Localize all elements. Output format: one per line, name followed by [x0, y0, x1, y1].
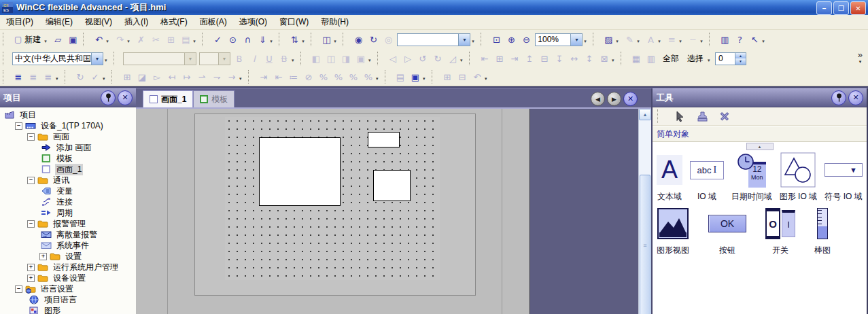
dropdown-arrow[interactable]: ▾ [193, 35, 199, 44]
dropdown-arrow[interactable]: ▾ [127, 35, 133, 44]
nav-back-button[interactable]: ◀ [591, 92, 605, 106]
palette-item-button[interactable]: OK按钮 [708, 205, 746, 256]
help-context-button[interactable]: ↖ [747, 32, 762, 47]
help-index-button[interactable]: ? [732, 32, 747, 47]
layer-all-button[interactable]: 全部 [659, 51, 683, 66]
pack-button[interactable]: ∩ [240, 32, 255, 47]
replace-button[interactable]: ↻ [366, 32, 381, 47]
new-screen-button[interactable]: ▢新建 [11, 32, 44, 47]
screen-canvas[interactable]: ▲ ≡ [136, 109, 651, 314]
menu-item[interactable]: 视图(V) [79, 15, 118, 29]
palette-item-graphic-io-field[interactable]: 图形 IO 域 [780, 152, 817, 203]
tree-item[interactable]: +运行系统用户管理 [0, 262, 136, 273]
tree-expander[interactable]: − [15, 285, 22, 293]
restore-button[interactable]: ❐ [833, 1, 849, 15]
dropdown-arrow[interactable]: ▾ [616, 35, 622, 44]
check-consistency-button[interactable]: ✓ [210, 32, 225, 47]
tree-item[interactable]: 周期 [0, 207, 136, 218]
palette-collapse-button[interactable]: ▲ [746, 143, 774, 150]
tree-expander[interactable]: + [27, 275, 35, 282]
find-combo[interactable]: ▼ [397, 33, 470, 46]
language-combo-dropdown[interactable]: ▼ [91, 53, 103, 65]
zoom-combo[interactable]: 100%▼ [535, 33, 583, 46]
tree-expander[interactable]: + [27, 264, 35, 271]
dropdown-arrow[interactable]: ▾ [708, 54, 714, 63]
close-button[interactable]: ✕ [850, 1, 866, 15]
dropdown-arrow[interactable]: ▾ [658, 35, 664, 44]
help-book-button[interactable]: ▥ [717, 32, 732, 47]
tree-item[interactable]: +设备设置 [0, 273, 136, 283]
tree-item[interactable]: −设备_1(TP 170A) [0, 120, 136, 131]
tree-item[interactable]: −报警管理 [0, 218, 136, 229]
tree-item[interactable]: 系统事件 [0, 240, 136, 251]
tree-item[interactable]: 模板 [0, 153, 136, 164]
transfer-button[interactable]: ⇓ [255, 32, 270, 47]
dropdown-arrow[interactable]: ▾ [700, 35, 706, 44]
tree-expander[interactable]: − [27, 220, 35, 228]
dropdown-arrow[interactable]: ▾ [103, 72, 109, 82]
object-tools-button[interactable] [716, 109, 733, 124]
palette-item-datetime-field[interactable]: 12Mon日期时间域 [731, 152, 772, 203]
find-combo-dropdown[interactable]: ▼ [458, 34, 470, 46]
add-connection-button[interactable]: ≣ [11, 69, 26, 84]
find-button[interactable]: ◉ [351, 32, 366, 47]
tree-expander[interactable]: + [39, 253, 47, 260]
dropdown-arrow[interactable]: ▾ [376, 72, 382, 82]
find-objects-button[interactable]: ◫ [319, 32, 334, 47]
dropdown-arrow[interactable]: ▾ [302, 35, 308, 44]
menu-item[interactable]: 窗口(W) [273, 15, 315, 29]
language-combo[interactable]: 中文(中华人民共和国)▼ [12, 52, 103, 65]
dropdown-arrow[interactable]: ▾ [423, 72, 429, 82]
pin-icon[interactable] [101, 90, 116, 105]
scrollbar-thumb[interactable]: ≡ [640, 175, 650, 314]
scroll-up-button[interactable]: ▲ [639, 109, 651, 120]
nav-forward-button[interactable]: ▶ [607, 92, 621, 106]
tree-item[interactable]: 项目语言 [0, 294, 136, 305]
open-project-button[interactable]: ▱ [50, 32, 65, 47]
dropdown-arrow[interactable]: ▾ [485, 72, 491, 82]
tree-item[interactable]: 连接 [0, 196, 136, 207]
simple-objects-section[interactable]: 简单对象 [653, 126, 867, 142]
tree-item[interactable]: −通讯 [0, 175, 136, 186]
dropdown-arrow[interactable]: ▾ [44, 35, 50, 44]
canvas-rectangle-3[interactable] [373, 170, 411, 201]
menu-item[interactable]: 面板(A) [194, 15, 233, 29]
tree-item[interactable]: −语言设置 [0, 283, 136, 294]
tree-item[interactable]: 项目 [0, 109, 136, 120]
undo-button[interactable]: ↶ [91, 32, 106, 47]
dropdown-arrow[interactable]: ▾ [679, 35, 685, 44]
tree-item[interactable]: 离散量报警 [0, 229, 136, 240]
layer-select-button[interactable]: 选择 [683, 51, 708, 66]
zoom-area-button[interactable]: ⊡ [489, 32, 504, 47]
dropdown-arrow[interactable]: ▾ [56, 72, 62, 82]
dropdown-arrow[interactable]: ▾ [239, 72, 245, 82]
zoom-combo-dropdown[interactable]: ▼ [570, 34, 582, 46]
layer-spinner-arrows[interactable]: ▲▼ [735, 53, 746, 65]
tree-expander[interactable]: − [27, 133, 35, 141]
stamp-button[interactable] [694, 109, 710, 124]
tab-active[interactable]: 画面_1 [143, 90, 193, 107]
vertical-scrollbar[interactable]: ▲ ≡ [638, 109, 651, 314]
menu-item[interactable]: 选项(O) [233, 15, 273, 29]
dropdown-arrow[interactable]: ▾ [368, 54, 375, 63]
dropdown-arrow[interactable]: ▾ [762, 35, 768, 44]
dropdown-arrow[interactable]: ▾ [460, 54, 466, 63]
fill-color-button[interactable]: ▨ [601, 32, 616, 47]
tree-item[interactable]: 画面_1 [0, 164, 136, 175]
pin-icon[interactable] [831, 90, 846, 105]
palette-item-bar-graph[interactable]: 棒图 [814, 205, 831, 256]
dropdown-arrow[interactable]: ▾ [270, 35, 276, 44]
palette-item-graphic-view[interactable]: 图形视图 [657, 205, 689, 256]
save-project-button[interactable]: ▣ [65, 32, 80, 47]
tab-inactive[interactable]: 模板 [193, 90, 235, 107]
dropdown-arrow[interactable]: ▾ [612, 54, 618, 63]
close-icon[interactable]: ✕ [848, 90, 863, 105]
toolbar-dropdown-arrow[interactable]: ▾ [584, 35, 590, 44]
zoom-in-button[interactable]: ⊕ [504, 32, 519, 47]
layer-spinner[interactable]: 0▲▼ [715, 52, 746, 65]
generate-button[interactable]: ⊙ [225, 32, 240, 47]
tree-item[interactable]: 添加 画面 [0, 142, 136, 153]
minimize-button[interactable]: – [816, 1, 832, 15]
select-cursor-button[interactable] [672, 109, 688, 124]
tree-expander[interactable]: − [15, 122, 22, 130]
